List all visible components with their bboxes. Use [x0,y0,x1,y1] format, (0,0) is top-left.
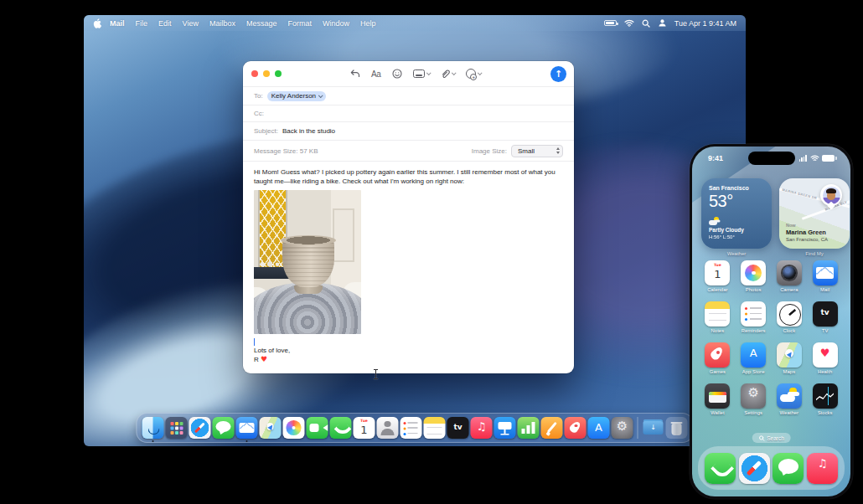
photo-browser-button[interactable] [413,69,430,78]
home-app-weather[interactable]: Weather [777,383,802,415]
settings-icon[interactable]: ⚙ [612,417,633,439]
iphone-dock-item-messages[interactable] [773,453,804,484]
calendar-icon[interactable]: Tue1 [354,417,375,439]
dock-item-messages[interactable] [213,417,235,439]
wifi-icon[interactable] [624,19,634,27]
games-icon[interactable] [705,342,730,368]
send-button[interactable]: ↑ [550,66,566,82]
appstore-icon[interactable]: A [588,417,610,439]
home-app-mail[interactable]: Mail [813,260,838,292]
messages-icon[interactable] [773,453,804,484]
dock-item-downloads[interactable]: ↓ [643,417,664,439]
dock-item-settings[interactable]: ⚙ [612,417,633,439]
menu-item-view[interactable]: View [183,19,199,28]
menu-item-mailbox[interactable]: Mailbox [209,19,235,28]
home-app-games[interactable]: Games [705,342,730,374]
settings-icon[interactable]: ⚙ [741,383,766,409]
reminders-icon[interactable] [400,417,422,439]
menu-item-help[interactable]: Help [360,19,376,28]
tv-icon[interactable]: tv [813,301,838,327]
photos-icon[interactable] [741,260,766,285]
attachment-button[interactable] [441,69,455,79]
maps-icon[interactable] [777,342,802,368]
tv-icon[interactable]: tv [447,417,469,439]
cc-field[interactable]: Cc: [243,105,574,121]
dock-item-contacts[interactable] [377,417,399,439]
dock-item-pages[interactable] [541,417,563,439]
menu-item-window[interactable]: Window [323,19,349,28]
messages-icon[interactable] [213,417,235,439]
calendar-icon[interactable]: Tue1 [705,260,730,285]
dock-item-reminders[interactable] [400,417,422,439]
menu-item-message[interactable]: Message [246,19,277,28]
close-button[interactable] [251,70,258,77]
home-app-wallet[interactable]: Wallet [705,383,730,415]
photos-icon[interactable] [283,417,305,439]
dock-item-tv[interactable]: tv [447,417,469,439]
phone-icon[interactable] [330,417,352,439]
dock-item-facetime[interactable] [307,417,328,439]
iphone-dock-item-music[interactable]: ♫ [807,453,838,484]
dock-item-numbers[interactable] [518,417,540,439]
weather-widget[interactable]: San Francisco 53° Partly Cloudy H:56° L:… [701,178,772,249]
battery-icon[interactable] [604,20,617,26]
home-app-notes[interactable]: Notes [705,301,730,333]
contacts-icon[interactable] [377,417,399,439]
downloads-icon[interactable]: ↓ [643,417,664,439]
apple-logo-icon[interactable] [93,18,101,28]
message-body[interactable]: Hi Mom! Guess what? I picked up pottery … [243,161,574,373]
format-text-button[interactable]: Aa [371,69,381,79]
dock-item-notes[interactable] [424,417,446,439]
numbers-icon[interactable] [518,417,540,439]
music-icon[interactable]: ♫ [807,453,838,484]
dock-item-games[interactable] [565,417,587,439]
camera-icon[interactable] [777,260,802,285]
menu-item-mail[interactable]: Mail [110,19,125,28]
dock-item-music[interactable]: ♫ [471,417,493,439]
iphone-dock-item-phone[interactable] [705,453,736,484]
home-app-reminders[interactable]: Reminders [741,301,766,333]
menu-bar-clock[interactable]: Tue Apr 1 9:41 AM [674,19,736,28]
keynote-icon[interactable] [494,417,516,439]
weather-icon[interactable] [777,383,802,409]
facetime-icon[interactable] [307,417,328,439]
search-pill[interactable]: Search [752,433,791,443]
finder-icon[interactable] [142,417,164,439]
pages-icon[interactable] [541,417,563,439]
dock-item-safari[interactable] [189,417,211,439]
dock-item-appstore[interactable]: A [588,417,610,439]
emoji-picker-icon[interactable] [392,69,402,79]
stocks-icon[interactable] [813,383,838,409]
home-app-health[interactable]: ♥Health [813,342,838,374]
dock-item-trash[interactable] [666,417,688,439]
home-app-calendar[interactable]: Tue1Calendar [705,260,730,292]
reminders-icon[interactable] [741,301,766,327]
home-app-settings[interactable]: ⚙Settings [741,383,766,415]
minimize-button[interactable] [263,70,270,77]
dock-item-phone[interactable] [330,417,352,439]
subject-field[interactable]: Subject: Back in the studio [243,121,574,140]
notes-icon[interactable] [424,417,446,439]
home-app-camera[interactable]: Camera [777,260,802,292]
menu-item-file[interactable]: File [136,19,148,28]
home-app-stocks[interactable]: Stocks [813,383,838,415]
dock-item-finder[interactable] [142,417,164,439]
phone-icon[interactable] [705,453,736,484]
appstore-icon[interactable]: A [741,342,766,368]
image-size-select[interactable]: Small [511,145,563,157]
safari-icon[interactable] [739,453,770,484]
pottery-photo[interactable] [254,190,361,334]
mail-icon[interactable] [236,417,258,439]
spotlight-search-icon[interactable] [642,19,650,28]
notes-icon[interactable] [705,301,730,327]
home-app-appstore[interactable]: AApp Store [741,342,766,374]
home-app-photos[interactable]: Photos [741,260,766,292]
to-field[interactable]: To: Kelly Anderson [243,86,574,105]
maps-icon[interactable] [260,417,282,439]
dock-item-keynote[interactable] [494,417,516,439]
dock-item-launchpad[interactable] [166,417,188,439]
trash-icon[interactable] [666,417,688,439]
music-icon[interactable]: ♫ [471,417,493,439]
zoom-button[interactable] [275,70,282,77]
dock-item-mail[interactable] [236,417,258,439]
